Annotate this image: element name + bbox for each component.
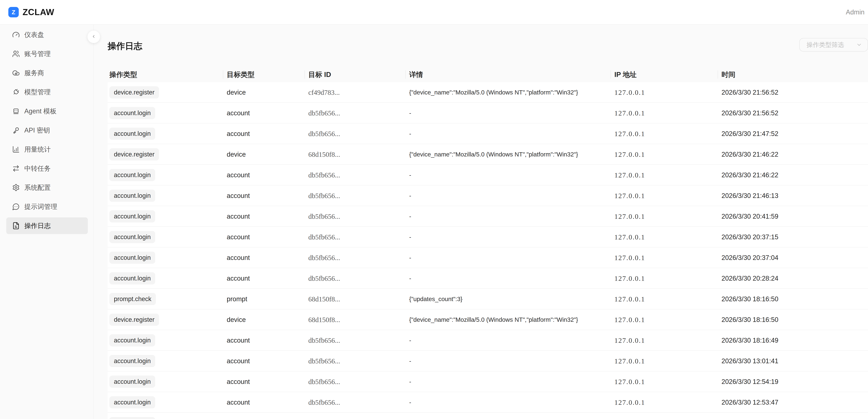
target-type-cell: account: [227, 357, 250, 365]
logo-letter: Z: [12, 9, 16, 16]
time-cell: 2026/3/30 18:16:49: [721, 336, 778, 344]
ip-cell: 127.0.0.1: [614, 274, 645, 282]
bar-chart-icon: [12, 146, 20, 153]
target-id-cell: 68d150f8...: [308, 316, 340, 324]
target-id-cell: 68d150f8...: [308, 150, 340, 158]
time-cell: 2026/3/30 21:46:13: [721, 192, 778, 199]
target-id-cell: db5fb656...: [308, 109, 340, 117]
sidebar-item-relay-tasks[interactable]: 中转任务: [6, 160, 88, 177]
sidebar-item-accounts[interactable]: 账号管理: [6, 46, 88, 62]
table-row: account.login account db5fb656... - 127.…: [107, 247, 868, 268]
ip-cell: 127.0.0.1: [614, 109, 645, 117]
target-type-cell: account: [227, 192, 250, 199]
top-header-bar: Z ZCLAW Admin: [0, 0, 868, 25]
detail-cell: -: [409, 192, 411, 199]
target-type-cell: account: [227, 130, 250, 137]
table-header: 操作类型 目标类型 目标 ID 详情 IP 地址 时间: [107, 67, 868, 83]
sidebar-item-label: 操作日志: [24, 221, 51, 230]
operation-type-filter-select[interactable]: 操作类型筛选: [799, 38, 868, 52]
op-type-tag: prompt.check: [110, 293, 156, 305]
table-row: account.login account db5fb656... - 127.…: [107, 392, 868, 413]
brand-title: ZCLAW: [23, 0, 54, 24]
users-icon: [12, 50, 20, 58]
table-row: account.login account db5fb656... - 127.…: [107, 123, 868, 144]
time-cell: 2026/3/30 20:37:15: [721, 233, 778, 241]
ip-cell: 127.0.0.1: [614, 171, 645, 179]
target-type-cell: account: [227, 336, 250, 344]
sidebar-item-models[interactable]: 模型管理: [6, 84, 88, 100]
detail-cell: -: [409, 358, 411, 364]
target-type-cell: prompt: [227, 295, 247, 303]
header-separator: [718, 70, 718, 79]
swap-arrows-icon: [12, 164, 20, 172]
time-cell: 2026/3/30 13:01:41: [721, 357, 778, 365]
detail-cell: -: [409, 337, 411, 344]
table-row: account.login account db5fb656... - 127.…: [107, 206, 868, 227]
sidebar-item-label: 用量统计: [24, 145, 51, 154]
bot-icon: [12, 107, 20, 115]
sidebar-item-label: 系统配置: [24, 183, 51, 192]
table-row: account.login account db5fb656... - 127.…: [107, 351, 868, 371]
detail-cell: -: [409, 399, 411, 406]
ip-cell: 127.0.0.1: [614, 295, 645, 303]
ip-cell: 127.0.0.1: [614, 316, 645, 324]
sidebar-item-system-config[interactable]: 系统配置: [6, 179, 88, 196]
key-icon: [12, 126, 20, 134]
detail-cell: -: [409, 254, 411, 261]
target-id-cell: db5fb656...: [308, 336, 340, 344]
target-type-cell: device: [227, 151, 246, 158]
table-row: account.login account db5fb656... - 127.…: [107, 227, 868, 247]
detail-cell: -: [409, 130, 411, 137]
detail-cell: {"device_name":"Mozilla/5.0 (Windows NT"…: [409, 151, 578, 158]
time-cell: 2026/3/30 20:28:24: [721, 274, 778, 282]
user-menu[interactable]: Admin: [846, 0, 865, 24]
header-separator: [223, 70, 223, 79]
op-type-tag: account.login: [110, 190, 155, 202]
header-separator: [405, 70, 406, 79]
time-cell: 2026/3/30 21:46:22: [721, 151, 778, 158]
cloud-icon: [12, 69, 20, 77]
op-type-tag: account.login: [110, 417, 155, 419]
ip-cell: 127.0.0.1: [614, 336, 645, 344]
target-type-cell: account: [227, 233, 250, 241]
detail-cell: -: [409, 172, 411, 179]
target-type-cell: account: [227, 213, 250, 220]
sidebar-item-providers[interactable]: 服务商: [6, 65, 88, 81]
table-row: account.login account db5fb656... - 127.…: [107, 371, 868, 392]
target-type-cell: account: [227, 171, 250, 179]
ip-cell: 127.0.0.1: [614, 253, 645, 262]
sidebar-collapse-button[interactable]: [88, 31, 100, 43]
table-row: account.login account db5fb656... - 127.…: [107, 103, 868, 123]
target-type-cell: account: [227, 398, 250, 406]
target-id-cell: db5fb656...: [308, 129, 340, 138]
filter-placeholder: 操作类型筛选: [807, 41, 856, 49]
target-id-cell: db5fb656...: [308, 191, 340, 200]
target-type-cell: account: [227, 378, 250, 385]
target-type-cell: account: [227, 254, 250, 261]
column-header-detail: 详情: [409, 70, 423, 79]
op-type-tag: account.login: [110, 251, 155, 264]
target-id-cell: db5fb656...: [308, 274, 340, 282]
sidebar-item-api-keys[interactable]: API 密钥: [6, 122, 88, 139]
sidebar-item-agent-templates[interactable]: Agent 模板: [6, 103, 88, 119]
operation-log-table: device.register device cf49d783... {"dev…: [107, 82, 868, 419]
target-id-cell: db5fb656...: [308, 357, 340, 365]
ip-cell: 127.0.0.1: [614, 357, 645, 365]
sidebar-nav: 仪表盘 账号管理 服务商 模型管理 Agent 模板 API 密钥 用量统计: [0, 26, 93, 237]
time-cell: 2026/3/30 20:41:59: [721, 213, 778, 220]
sidebar-item-prompt-management[interactable]: 提示词管理: [6, 198, 88, 215]
sidebar-item-operation-log[interactable]: 操作日志: [6, 217, 88, 234]
detail-cell: -: [409, 213, 411, 220]
time-cell: 2026/3/30 20:37:04: [721, 254, 778, 261]
sidebar-item-label: API 密钥: [24, 126, 50, 135]
table-row: account.login: [107, 413, 868, 419]
table-row: account.login account db5fb656... - 127.…: [107, 185, 868, 206]
sidebar-item-usage-stats[interactable]: 用量统计: [6, 141, 88, 158]
target-type-cell: device: [227, 89, 246, 96]
detail-cell: -: [409, 110, 411, 117]
sidebar-item-dashboard[interactable]: 仪表盘: [6, 26, 88, 43]
op-type-tag: account.login: [110, 396, 155, 409]
ip-cell: 127.0.0.1: [614, 398, 645, 406]
chat-bubble-icon: [12, 203, 20, 210]
detail-cell: -: [409, 234, 411, 240]
